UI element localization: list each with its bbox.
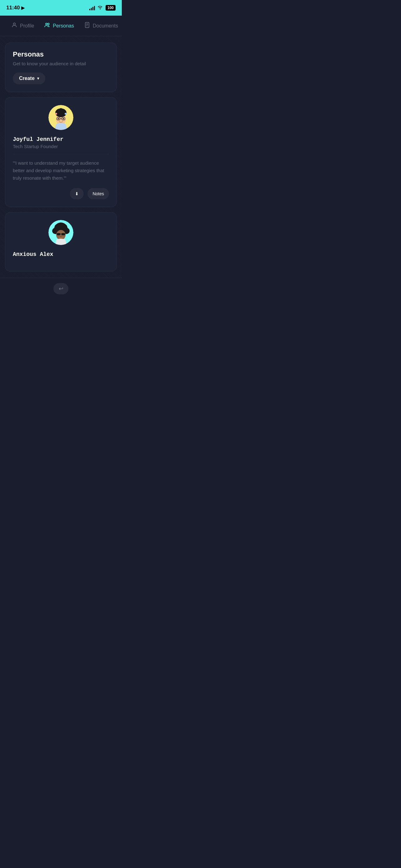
back-button[interactable]: ↩ [54,283,68,294]
battery-indicator: 100 [106,5,115,11]
profile-icon [11,22,18,30]
svg-point-16 [55,113,57,115]
notes-label: Notes [93,191,104,196]
tab-personas-label: Personas [53,23,74,29]
svg-point-29 [58,223,63,228]
status-bar: 11:40 ▶ 100 [0,0,122,16]
svg-point-0 [13,23,15,25]
time-display: 11:40 [6,5,20,11]
svg-point-22 [63,118,64,119]
svg-point-2 [48,23,49,25]
svg-point-12 [57,109,60,112]
nav-tabs: Profile Personas Documents Co... [0,16,122,36]
tab-documents-label: Documents [93,23,118,29]
battery-level: 100 [107,6,114,10]
svg-point-34 [60,236,62,237]
jennifer-actions: ⬇ Notes [70,188,109,199]
chevron-down-icon: ▾ [37,76,39,81]
svg-point-13 [59,108,63,111]
svg-rect-31 [57,233,60,235]
jennifer-download-button[interactable]: ⬇ [70,188,84,199]
jennifer-avatar [48,105,73,130]
signal-bar-2 [91,8,92,10]
create-button[interactable]: Create ▾ [13,72,45,84]
signal-bar-3 [93,7,93,10]
tab-personas[interactable]: Personas [39,16,79,36]
personas-icon [44,22,50,30]
signal-bar-4 [94,6,95,10]
signal-bar-1 [89,9,90,10]
persona-card-alex: Anxious Alex [5,212,117,272]
jennifer-quote: "'I want to understand my target audienc… [13,159,109,182]
persona-card-jennifer: Joyful Jennifer Tech Startup Founder "'I… [5,97,117,207]
jennifer-notes-button[interactable]: Notes [88,188,109,199]
tab-profile-label: Profile [20,23,34,29]
alex-avatar-container [13,220,109,245]
tab-documents[interactable]: Documents [79,16,122,36]
signal-bars [89,5,95,10]
documents-icon [84,22,90,30]
svg-rect-32 [62,233,65,235]
personas-card-subtitle: Get to know your audience in detail [13,61,109,66]
svg-point-21 [58,118,59,119]
jennifer-role: Tech Startup Founder [13,144,58,149]
download-icon: ⬇ [75,191,79,196]
svg-point-1 [45,23,47,25]
main-content: Personas Get to know your audience in de… [0,36,122,278]
create-label: Create [19,75,35,81]
status-icons: 100 [89,5,115,11]
jennifer-name: Joyful Jennifer [13,136,63,143]
jennifer-avatar-container [13,105,109,130]
personas-header-card: Personas Get to know your audience in de… [5,42,117,92]
status-time: 11:40 ▶ [6,5,25,11]
back-icon: ↩ [59,285,63,292]
alex-avatar [48,220,73,245]
svg-point-17 [65,113,67,115]
jennifer-divider [13,154,109,154]
location-icon: ▶ [21,5,25,10]
tab-profile[interactable]: Profile [6,16,39,36]
bottom-bar: ↩ [0,278,122,299]
alex-name: Anxious Alex [13,251,54,257]
wifi-icon [97,5,103,11]
personas-card-title: Personas [13,50,109,58]
